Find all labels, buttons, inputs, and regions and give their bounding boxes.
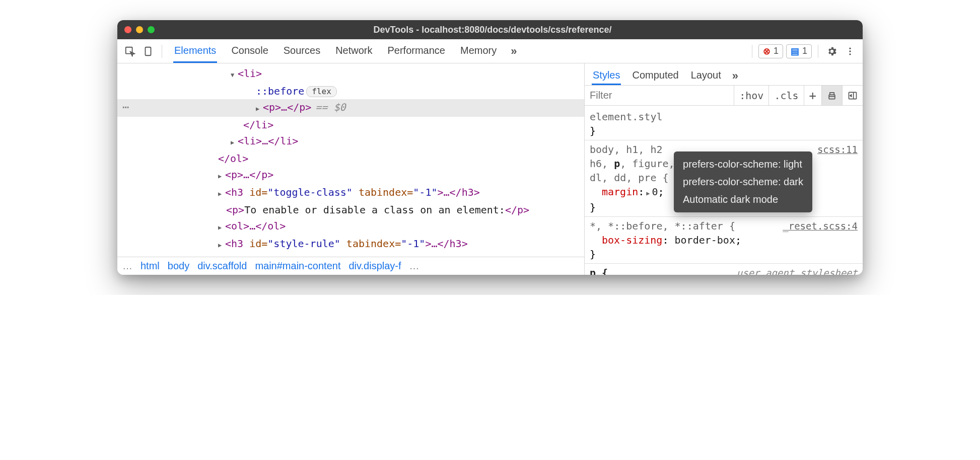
- toolbar-separator: [818, 45, 818, 58]
- errors-badge[interactable]: ⊗ 1: [758, 44, 783, 58]
- toolbar-separator: [752, 45, 752, 58]
- popup-item-auto[interactable]: Automatic dark mode: [674, 191, 812, 208]
- kebab-icon[interactable]: [843, 44, 858, 59]
- breadcrumb: … html body div.scaffold main#main-conte…: [117, 257, 584, 275]
- zoom-window-dot[interactable]: [148, 26, 155, 33]
- new-rule-button[interactable]: +: [804, 86, 821, 105]
- rendering-popup: prefers-color-scheme: light prefers-colo…: [674, 151, 812, 212]
- expand-toggle[interactable]: [231, 65, 237, 83]
- flex-badge[interactable]: flex: [306, 86, 337, 97]
- rule-element-style[interactable]: element.styl }: [585, 108, 863, 140]
- device-icon[interactable]: [141, 44, 156, 59]
- popup-item-light[interactable]: prefers-color-scheme: light: [674, 156, 812, 173]
- rendering-emulation-button[interactable]: [821, 86, 842, 105]
- svg-point-2: [849, 47, 851, 49]
- dom-tree[interactable]: <li> ::beforeflex <p>…</p>== $0 </li> <l…: [117, 63, 584, 257]
- cls-button[interactable]: .cls: [768, 86, 803, 105]
- devtools-window: DevTools - localhost:8080/docs/devtools/…: [117, 20, 863, 275]
- message-icon: ▤: [791, 46, 799, 57]
- breadcrumb-overflow[interactable]: …: [409, 260, 419, 272]
- close-window-dot[interactable]: [124, 26, 131, 33]
- elements-panel: <li> ::beforeflex <p>…</p>== $0 </li> <l…: [117, 63, 585, 275]
- tab-computed[interactable]: Computed: [631, 66, 679, 85]
- rule-universal[interactable]: _reset.scss:4 *, *::before, *::after { b…: [585, 217, 863, 264]
- expand-toggle[interactable]: [218, 167, 224, 184]
- dom-node[interactable]: <h3 id="toggle-class" tabindex="-1">…</h…: [117, 184, 584, 202]
- minimize-window-dot[interactable]: [136, 26, 143, 33]
- expand-toggle[interactable]: [218, 218, 224, 236]
- styles-tabs: Styles Computed Layout »: [585, 63, 863, 86]
- breadcrumb-overflow[interactable]: …: [122, 260, 132, 272]
- main-toolbar: Elements Console Sources Network Perform…: [117, 39, 863, 63]
- selected-var: == $0: [315, 101, 345, 113]
- dom-node[interactable]: <li>…</li>: [117, 133, 584, 150]
- sidebar-toggle-button[interactable]: [842, 86, 863, 105]
- breadcrumb-item[interactable]: body: [168, 260, 189, 272]
- breadcrumb-item[interactable]: html: [141, 260, 160, 272]
- expand-toggle[interactable]: [218, 236, 224, 253]
- breadcrumb-item[interactable]: main#main-content: [255, 260, 340, 272]
- main-tabs: Elements Console Sources Network Perform…: [173, 39, 746, 63]
- more-tabs-icon[interactable]: »: [511, 45, 517, 58]
- expand-toggle[interactable]: [256, 99, 262, 117]
- dom-node[interactable]: <p>…</p>: [117, 167, 584, 184]
- dom-node[interactable]: </li>: [117, 117, 584, 133]
- dom-node[interactable]: ::beforeflex: [117, 83, 584, 99]
- tab-performance[interactable]: Performance: [387, 39, 447, 63]
- tab-elements[interactable]: Elements: [173, 39, 217, 63]
- message-count: 1: [802, 46, 807, 56]
- styles-toolbar: :hov .cls +: [585, 86, 863, 106]
- titlebar: DevTools - localhost:8080/docs/devtools/…: [117, 20, 863, 39]
- traffic-lights: [124, 26, 155, 33]
- more-styles-tabs-icon[interactable]: »: [732, 69, 738, 83]
- breadcrumb-item[interactable]: div.display-f: [348, 260, 401, 272]
- svg-rect-1: [146, 47, 151, 55]
- rule-selector: p {: [590, 267, 608, 275]
- rule-source-link[interactable]: scss:11: [817, 142, 858, 157]
- tab-memory[interactable]: Memory: [459, 39, 498, 63]
- popup-item-dark[interactable]: prefers-color-scheme: dark: [674, 173, 812, 191]
- dom-node[interactable]: <li>: [117, 65, 584, 83]
- tab-styles[interactable]: Styles: [592, 66, 621, 85]
- dom-node[interactable]: <h3 id="style-rule" tabindex="-1">…</h3>: [117, 236, 584, 253]
- window-title: DevTools - localhost:8080/docs/devtools/…: [155, 25, 830, 35]
- tab-network[interactable]: Network: [334, 39, 373, 63]
- tab-layout[interactable]: Layout: [690, 66, 722, 85]
- inspect-icon[interactable]: [122, 44, 137, 59]
- error-count: 1: [774, 46, 779, 56]
- svg-point-3: [849, 50, 851, 52]
- error-icon: ⊗: [763, 46, 771, 57]
- expand-toggle[interactable]: [231, 133, 237, 150]
- toolbar-separator: [162, 45, 162, 58]
- svg-point-4: [849, 53, 851, 55]
- rule-source-link[interactable]: _reset.scss:4: [783, 219, 858, 233]
- breadcrumb-item[interactable]: div.scaffold: [197, 260, 247, 272]
- rule-selector: *, *::before, *::after {: [590, 220, 735, 232]
- dom-node[interactable]: <p>To enable or disable a class on an el…: [117, 202, 584, 218]
- tab-sources[interactable]: Sources: [283, 39, 321, 63]
- toolbar-right: ⊗ 1 ▤ 1: [749, 44, 858, 59]
- dom-node[interactable]: </ol>: [117, 150, 584, 167]
- messages-badge[interactable]: ▤ 1: [786, 44, 812, 58]
- tab-console[interactable]: Console: [230, 39, 269, 63]
- dom-node[interactable]: <ol>…</ol>: [117, 218, 584, 236]
- rule-ua[interactable]: user agent stylesheet p {: [585, 264, 863, 275]
- hov-button[interactable]: :hov: [734, 86, 768, 105]
- gear-icon[interactable]: [824, 44, 839, 59]
- ua-stylesheet-label: user agent stylesheet: [737, 266, 858, 275]
- expand-toggle[interactable]: [218, 184, 224, 202]
- styles-filter-input[interactable]: [585, 86, 734, 105]
- dom-node-selected[interactable]: <p>…</p>== $0: [117, 99, 584, 117]
